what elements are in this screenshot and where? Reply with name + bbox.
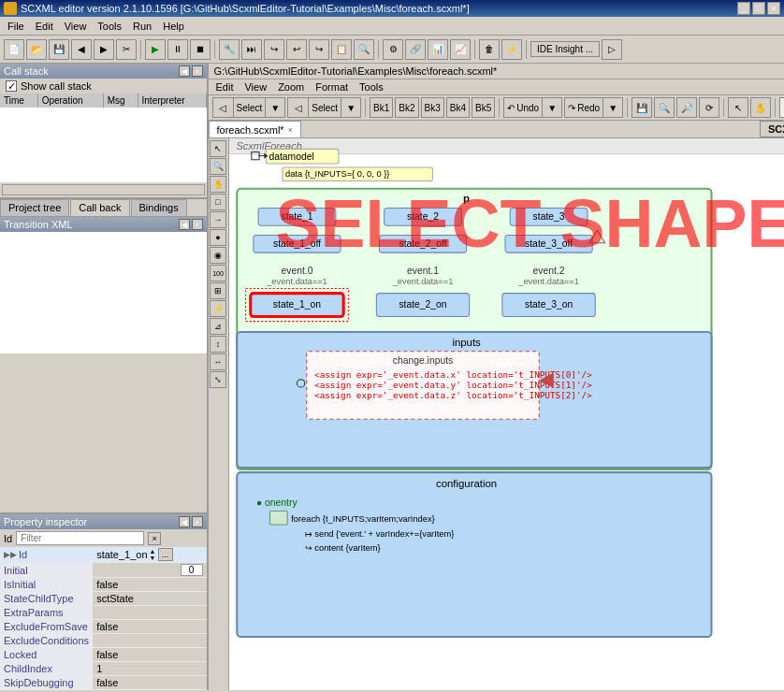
right-menu-view[interactable]: View bbox=[239, 79, 272, 94]
ide-insight-button[interactable]: IDE Insight ... bbox=[530, 41, 600, 57]
tool-extra-c[interactable]: ⊿ bbox=[210, 318, 226, 335]
prop-val-skipdebugging[interactable]: false bbox=[93, 676, 176, 690]
tb-extra2[interactable]: 🔍 bbox=[354, 39, 374, 60]
callstack-hscroll[interactable] bbox=[2, 184, 205, 195]
menu-run[interactable]: Run bbox=[127, 19, 157, 34]
redo-dropdown[interactable]: ▼ bbox=[603, 97, 623, 118]
call-stack-pin[interactable]: ◀ bbox=[179, 65, 190, 77]
menu-tools[interactable]: Tools bbox=[92, 19, 127, 34]
tb-extra4[interactable]: 🔗 bbox=[405, 39, 426, 60]
tool-zoom-canvas[interactable]: 🔍 bbox=[210, 158, 226, 175]
tab-scxml[interactable]: SCXML bbox=[760, 121, 784, 137]
prop-clear-button[interactable]: × bbox=[148, 532, 161, 545]
new-button[interactable]: 📄 bbox=[4, 39, 24, 60]
tool-add-transition[interactable]: → bbox=[210, 211, 226, 228]
tool-100[interactable]: 100 bbox=[210, 265, 226, 281]
close-button[interactable]: × bbox=[767, 2, 780, 15]
tb-extra6[interactable]: 📈 bbox=[450, 39, 471, 60]
prop-more-button[interactable]: ... bbox=[158, 548, 173, 561]
stepin-button[interactable]: ↩ bbox=[286, 39, 307, 60]
open-button[interactable]: 📂 bbox=[26, 39, 47, 60]
prop-val-childindex[interactable]: 1 bbox=[93, 662, 176, 676]
tool-extra-b[interactable]: ⚡ bbox=[210, 300, 226, 317]
select-arrow-left[interactable]: ◁ bbox=[212, 97, 233, 118]
undo-dropdown[interactable]: ▼ bbox=[542, 97, 562, 118]
select-button1[interactable]: Select bbox=[233, 97, 266, 118]
prop-filter-input[interactable] bbox=[16, 531, 144, 545]
tab-bindings[interactable]: Bindings bbox=[131, 199, 187, 216]
tool-extra-f[interactable]: ⤡ bbox=[210, 371, 226, 388]
bk3-button[interactable]: Bk3 bbox=[421, 97, 444, 118]
tab-project-tree[interactable]: Project tree bbox=[0, 199, 69, 216]
cut-button[interactable]: ✂ bbox=[116, 39, 137, 60]
fwd-button[interactable]: ▶ bbox=[94, 39, 114, 60]
tb-extra7[interactable]: 🗑 bbox=[479, 39, 500, 60]
show-callstack-checkbox[interactable]: ✓ bbox=[6, 80, 17, 92]
tab-foreach-close[interactable]: × bbox=[288, 125, 293, 135]
tx-close[interactable]: × bbox=[192, 219, 203, 230]
debug-button[interactable]: 🔧 bbox=[219, 39, 240, 60]
tool-zoom-in[interactable]: 🔍 bbox=[654, 97, 675, 118]
tb-right[interactable]: ▷ bbox=[602, 39, 622, 60]
stepover-button[interactable]: ↪ bbox=[264, 39, 284, 60]
run-button[interactable]: ▶ bbox=[145, 39, 166, 60]
tool-extra-a[interactable]: ⊞ bbox=[210, 282, 226, 299]
right-menu-edit[interactable]: Edit bbox=[211, 79, 240, 94]
tool-extra1[interactable]: ⟳ bbox=[699, 97, 719, 118]
undo-button[interactable]: ↶ Undo bbox=[503, 97, 542, 118]
menu-view[interactable]: View bbox=[59, 19, 93, 34]
tool-add-state[interactable]: □ bbox=[210, 194, 226, 210]
prop-up-arrow[interactable]: ▲ bbox=[150, 548, 156, 555]
tool-hand[interactable]: ✋ bbox=[750, 97, 771, 118]
select-dropdown1[interactable]: ▼ bbox=[265, 97, 285, 118]
prop-val-excludefromsave[interactable]: false bbox=[93, 620, 176, 634]
tool-extra-d[interactable]: ↕ bbox=[210, 336, 226, 353]
bk4-button[interactable]: Bk4 bbox=[446, 97, 470, 118]
right-menu-format[interactable]: Format bbox=[310, 79, 354, 94]
stop-button[interactable]: ⏹ bbox=[190, 39, 211, 60]
config-box[interactable] bbox=[237, 472, 711, 637]
prop-val-isinitial[interactable]: false bbox=[93, 578, 176, 592]
pi-pin[interactable]: ◀ bbox=[179, 516, 190, 527]
tb-extra3[interactable]: ⚙ bbox=[383, 39, 403, 60]
tab-foreach[interactable]: foreach.scxml* × bbox=[209, 121, 301, 137]
back-button[interactable]: ◀ bbox=[71, 39, 92, 60]
tool-save[interactable]: 💾 bbox=[632, 97, 652, 118]
menu-help[interactable]: Help bbox=[157, 19, 190, 34]
select-dropdown2[interactable]: ▼ bbox=[341, 97, 361, 118]
tb-extra5[interactable]: 📊 bbox=[428, 39, 448, 60]
tb-extra8[interactable]: ⚡ bbox=[501, 39, 522, 60]
right-menu-tools[interactable]: Tools bbox=[354, 79, 389, 94]
tool-zoom-out[interactable]: 🔎 bbox=[676, 97, 697, 118]
bk5-button[interactable]: Bk5 bbox=[472, 97, 495, 118]
canvas[interactable]: ScxmlForeach ecmascript SELECT SHAPE dat… bbox=[229, 138, 785, 690]
tool-extra-e[interactable]: ↔ bbox=[210, 353, 226, 370]
stepout-button[interactable]: ↪ bbox=[309, 39, 329, 60]
tool-add-final[interactable]: ◉ bbox=[210, 247, 226, 264]
bk2-button[interactable]: Bk2 bbox=[395, 97, 418, 118]
tab-call-back[interactable]: Call back bbox=[70, 199, 129, 216]
color-white[interactable] bbox=[779, 97, 784, 118]
tool-pan[interactable]: ✋ bbox=[210, 176, 226, 193]
pi-close[interactable]: × bbox=[192, 516, 203, 527]
redo-button[interactable]: ↷ Redo bbox=[564, 97, 603, 118]
menu-file[interactable]: File bbox=[2, 19, 30, 34]
call-stack-close[interactable]: × bbox=[192, 65, 203, 77]
prop-val-extraparams[interactable] bbox=[93, 606, 176, 620]
menu-edit[interactable]: Edit bbox=[30, 19, 59, 34]
prop-val-statechildtype[interactable]: sctState bbox=[93, 592, 176, 606]
tool-pointer[interactable]: ↖ bbox=[728, 97, 748, 118]
right-menu-zoom[interactable]: Zoom bbox=[272, 79, 310, 94]
prop-val-initial[interactable] bbox=[93, 563, 176, 578]
bk1-button[interactable]: Bk1 bbox=[370, 97, 393, 118]
select-button2[interactable]: Select bbox=[308, 97, 341, 118]
maximize-button[interactable]: □ bbox=[752, 2, 765, 15]
minimize-button[interactable]: _ bbox=[737, 2, 750, 15]
prop-val-locked[interactable]: false bbox=[93, 648, 176, 662]
step-button[interactable]: ⏭ bbox=[241, 39, 262, 60]
tool-add-initial[interactable]: ● bbox=[210, 229, 226, 246]
prop-val-excludeconditions[interactable] bbox=[93, 634, 176, 648]
pause-button[interactable]: ⏸ bbox=[167, 39, 188, 60]
tb-extra1[interactable]: 📋 bbox=[331, 39, 352, 60]
tool-select[interactable]: ↖ bbox=[210, 140, 226, 157]
